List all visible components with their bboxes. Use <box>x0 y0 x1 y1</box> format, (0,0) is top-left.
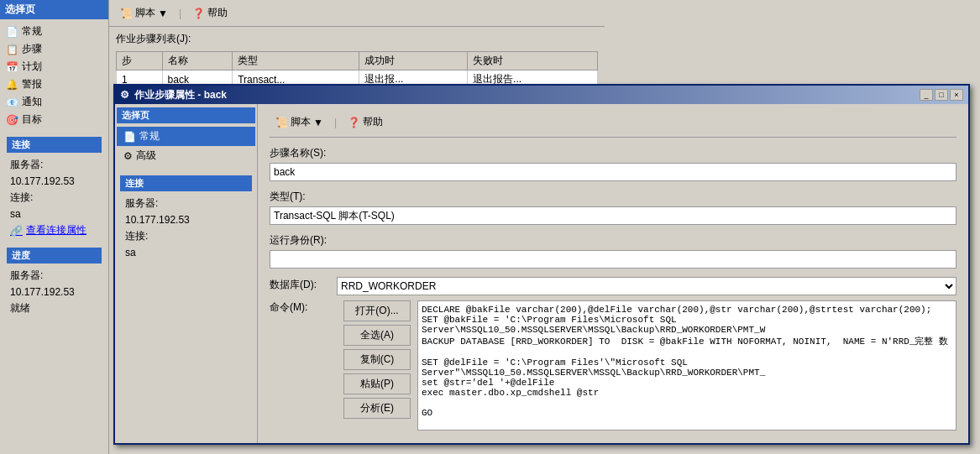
script-button[interactable]: 📜 脚本 ▼ <box>114 3 174 23</box>
steps-icon: 📋 <box>5 43 18 56</box>
maximize-button[interactable]: □ <box>935 89 948 101</box>
step-name-label: 步骤名称(S): <box>270 146 956 160</box>
page-icon: 📄 <box>5 25 18 39</box>
select-all-button[interactable]: 全选(A) <box>343 325 411 346</box>
modal-help-label: 帮助 <box>363 115 383 129</box>
modal-connect-header: 连接 <box>120 175 252 191</box>
run-as-select[interactable] <box>270 250 956 269</box>
database-row: 数据库(D): RRD_WORKORDER <box>270 277 956 295</box>
modal-title: ⚙ 作业步骤属性 - back <box>120 88 227 102</box>
sidebar-item-label: 步骤 <box>22 42 42 56</box>
modal-connect-label: 连接: <box>120 227 252 245</box>
plan-icon: 📅 <box>5 60 18 74</box>
progress-status: 就绪 <box>7 300 102 317</box>
modal-title-icon: ⚙ <box>120 89 129 101</box>
run-as-select-wrapper <box>270 250 956 269</box>
target-icon: 🎯 <box>5 113 18 127</box>
minimize-button[interactable]: _ <box>920 89 933 101</box>
sidebar-item-label: 通知 <box>22 95 42 109</box>
help-label: 帮助 <box>207 6 228 20</box>
command-content: 打开(O)... 全选(A) 复制(C) 粘贴(P) 分析(E) DECLARE… <box>343 300 956 431</box>
connect-section: 连接 服务器: 10.177.192.53 连接: sa 🔗 查看连接属性 <box>0 132 108 244</box>
toolbar-separator: | <box>177 8 183 19</box>
connect-header: 连接 <box>7 137 102 153</box>
outer-toolbar: 📜 脚本 ▼ | ❓ 帮助 <box>109 0 605 27</box>
modal-connect-value: sa <box>120 245 252 260</box>
modal-nav-icon-regular: 📄 <box>123 131 136 143</box>
sidebar-item-label: 计划 <box>22 60 42 74</box>
database-label: 数据库(D): <box>270 278 337 292</box>
copy-button[interactable]: 复制(C) <box>343 349 411 370</box>
modal-body: 选择页 📄 常规 ⚙ 高级 连接 服务器: 10.177.192.53 连接: … <box>115 104 968 443</box>
modal-titlebar: ⚙ 作业步骤属性 - back _ □ × <box>115 86 968 104</box>
sidebar-item-plan[interactable]: 📅 计划 <box>2 58 107 76</box>
help-icon: ❓ <box>192 8 205 19</box>
alert-icon: 🔔 <box>5 78 18 91</box>
modal-form-toolbar: 📜 脚本 ▼ | ❓ 帮助 <box>270 112 956 138</box>
modal-title-text: 作业步骤属性 - back <box>134 88 227 102</box>
sidebar-item-label: 常规 <box>22 24 42 39</box>
modal-left-header: 选择页 <box>117 107 255 123</box>
progress-header: 进度 <box>7 248 102 264</box>
col-step: 步 <box>117 52 163 70</box>
command-area: 命令(M): 打开(O)... 全选(A) 复制(C) 粘贴(P) 分析(E) … <box>270 300 956 431</box>
server-label: 服务器: <box>7 156 102 174</box>
modal-nav-advanced[interactable]: ⚙ 高级 <box>117 146 255 165</box>
modal-script-arrow: ▼ <box>313 117 323 128</box>
progress-server-label: 服务器: <box>7 267 102 284</box>
modal-script-label: 脚本 <box>291 115 311 129</box>
modal-script-icon: 📜 <box>275 117 288 128</box>
open-button[interactable]: 打开(O)... <box>343 300 411 321</box>
modal-connect-section: 连接 服务器: 10.177.192.53 连接: sa <box>117 175 255 260</box>
step-name-field: 步骤名称(S): <box>270 146 956 181</box>
script-icon: 📜 <box>120 8 133 19</box>
help-button[interactable]: ❓ 帮助 <box>186 3 233 23</box>
modal-script-button[interactable]: 📜 脚本 ▼ <box>270 112 329 132</box>
connect-value: sa <box>7 206 102 222</box>
sidebar-item-steps[interactable]: 📋 步骤 <box>2 40 107 58</box>
modal-server-label: 服务器: <box>120 195 252 212</box>
modal-controls: _ □ × <box>920 89 963 101</box>
sidebar-item-alert[interactable]: 🔔 警报 <box>2 76 107 93</box>
modal-nav-icon-advanced: ⚙ <box>123 150 133 162</box>
notify-icon: 📧 <box>5 96 18 109</box>
database-select-wrapper: RRD_WORKORDER <box>337 277 956 295</box>
run-as-label: 运行身份(R): <box>270 233 956 248</box>
modal-toolbar-sep: | <box>334 117 337 128</box>
sidebar-item-notify[interactable]: 📧 通知 <box>2 93 107 111</box>
col-success: 成功时 <box>359 52 468 70</box>
command-buttons-panel: 打开(O)... 全选(A) 复制(C) 粘贴(P) 分析(E) <box>343 300 411 431</box>
modal-help-icon: ❓ <box>348 117 360 128</box>
sidebar-item-regular[interactable]: 📄 常规 <box>2 23 107 40</box>
modal-nav-regular[interactable]: 📄 常规 <box>117 127 255 146</box>
sidebar-item-target[interactable]: 🎯 目标 <box>2 111 107 128</box>
modal-help-button[interactable]: ❓ 帮助 <box>342 112 389 132</box>
sidebar-item-label: 警报 <box>22 77 42 91</box>
type-select[interactable]: Transact-SQL 脚本(T-SQL)ActiveX 脚本操作系统(Cmd… <box>270 206 956 225</box>
jobs-section-label: 作业步骤列表(J): <box>109 27 605 48</box>
command-textarea[interactable]: DECLARE @bakFile varchar(200),@delFile v… <box>417 300 956 431</box>
step-name-input[interactable] <box>270 163 956 181</box>
outer-left-header: 选择页 <box>0 0 108 19</box>
modal-right-panel: 📜 脚本 ▼ | ❓ 帮助 步骤名称(S): 类型(T): Transa <box>258 104 968 443</box>
type-field: 类型(T): Transact-SQL 脚本(T-SQL)ActiveX 脚本操… <box>270 190 956 225</box>
modal-window: ⚙ 作业步骤属性 - back _ □ × 选择页 📄 常规 ⚙ 高级 连接 服… <box>113 84 970 445</box>
analyze-button[interactable]: 分析(E) <box>343 398 411 419</box>
link-text: 查看连接属性 <box>26 223 86 237</box>
close-button[interactable]: × <box>950 89 963 101</box>
run-as-field: 运行身份(R): <box>270 233 956 269</box>
script-arrow: ▼ <box>158 8 168 19</box>
modal-left-panel: 选择页 📄 常规 ⚙ 高级 连接 服务器: 10.177.192.53 连接: … <box>115 104 258 443</box>
script-label: 脚本 <box>135 6 155 20</box>
type-label: 类型(T): <box>270 190 956 204</box>
progress-section: 进度 服务器: 10.177.192.53 就绪 <box>0 244 108 321</box>
col-type: 类型 <box>233 52 359 70</box>
modal-nav-label-advanced: 高级 <box>136 149 156 163</box>
paste-button[interactable]: 粘贴(P) <box>343 373 411 394</box>
sidebar-item-label: 目标 <box>22 112 42 127</box>
connect-label: 连接: <box>7 189 102 206</box>
database-select[interactable]: RRD_WORKORDER <box>337 277 956 295</box>
link-icon: 🔗 <box>10 225 23 237</box>
col-fail: 失败时 <box>468 52 598 70</box>
view-connection-link[interactable]: 🔗 查看连接属性 <box>7 222 102 239</box>
